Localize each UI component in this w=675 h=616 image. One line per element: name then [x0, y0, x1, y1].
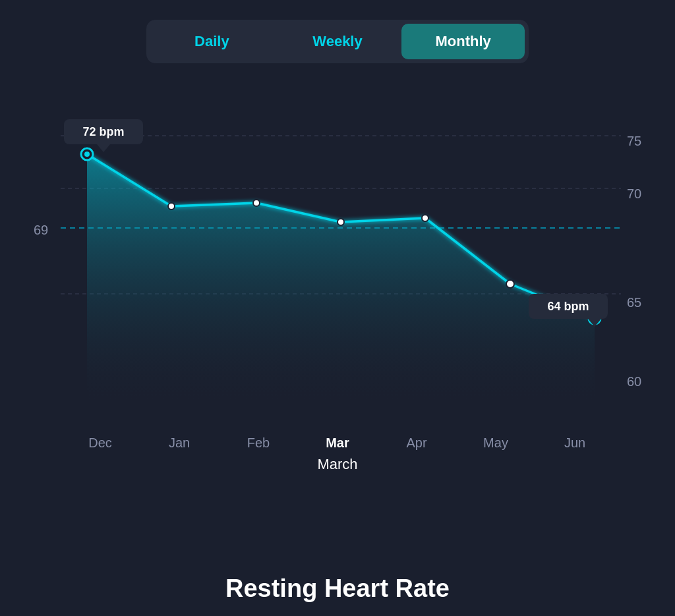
- x-label-jan: Jan: [140, 435, 219, 451]
- app-container: Daily Weekly Monthly 75 70 65 60 69: [0, 0, 675, 616]
- chart-container: 75 70 65 60 69: [21, 83, 654, 555]
- y-label-69-left: 69: [34, 223, 48, 237]
- y-label-75: 75: [627, 134, 641, 148]
- tab-daily[interactable]: Daily: [150, 24, 274, 59]
- x-axis: Dec Jan Feb Mar Apr May Jun: [21, 429, 654, 451]
- y-label-70: 70: [627, 186, 641, 201]
- dot-jan: [168, 203, 175, 210]
- x-label-may: May: [456, 435, 535, 451]
- chart-svg-wrapper: 75 70 65 60 69: [21, 83, 654, 426]
- dot-mar: [338, 219, 344, 225]
- march-sublabel: March: [21, 456, 654, 473]
- chart-svg: 75 70 65 60 69: [21, 83, 654, 426]
- dot-apr: [422, 215, 428, 221]
- tab-weekly[interactable]: Weekly: [276, 24, 399, 59]
- x-label-mar: Mar: [298, 435, 377, 451]
- dot-may: [506, 280, 514, 288]
- dot-dec-inner: [84, 152, 90, 157]
- y-label-60: 60: [627, 374, 641, 389]
- x-label-feb: Feb: [219, 435, 298, 451]
- x-label-apr: Apr: [377, 435, 456, 451]
- tooltip-end-text: 64 bpm: [547, 300, 589, 313]
- tooltip-start-text: 72 bpm: [82, 125, 124, 138]
- dot-feb: [253, 200, 260, 206]
- x-label-dec: Dec: [61, 435, 140, 451]
- x-label-jun: Jun: [535, 435, 614, 451]
- tab-bar: Daily Weekly Monthly: [146, 20, 529, 63]
- y-label-65: 65: [627, 295, 641, 310]
- tab-monthly[interactable]: Monthly: [401, 24, 525, 59]
- chart-title: Resting Heart Rate: [225, 574, 450, 603]
